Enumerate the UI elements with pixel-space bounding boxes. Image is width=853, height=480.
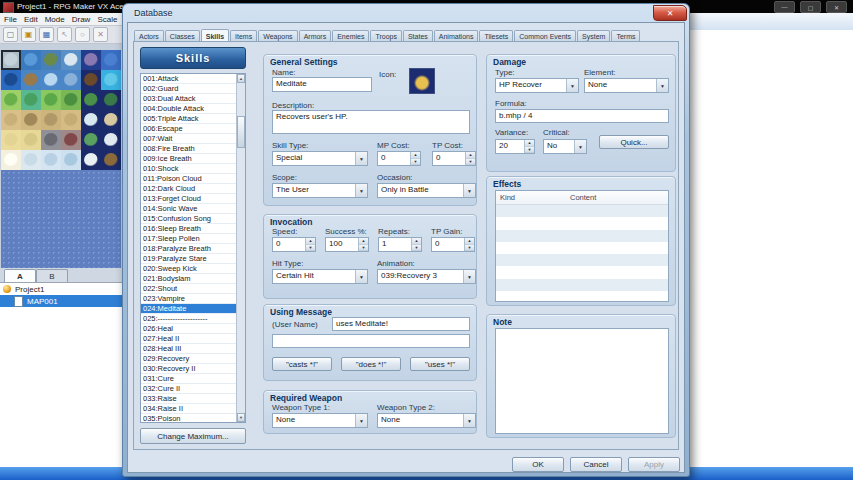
palette-tile[interactable] <box>21 110 41 130</box>
animation-select[interactable]: 039:Recovery 3▼ <box>377 269 476 284</box>
skill-list-item[interactable]: 010:Shock <box>141 164 237 174</box>
palette-tile[interactable] <box>21 70 41 90</box>
skill-list-item[interactable]: 005:Triple Attack <box>141 114 237 124</box>
delete-icon[interactable]: ✕ <box>93 27 108 42</box>
palette-tile[interactable] <box>41 130 61 150</box>
palette-tile[interactable] <box>1 150 21 170</box>
tab-troops[interactable]: Troops <box>370 30 402 41</box>
palette-tile[interactable] <box>61 150 81 170</box>
skill-list-item[interactable]: 022:Shout <box>141 284 237 294</box>
cancel-button[interactable]: Cancel <box>570 457 622 472</box>
name-input[interactable]: Meditate <box>272 77 372 92</box>
message-line2-input[interactable] <box>272 334 470 348</box>
skill-list-item[interactable]: 008:Fire Breath <box>141 144 237 154</box>
palette-tile[interactable] <box>101 90 121 110</box>
element-select[interactable]: None▼ <box>584 78 669 93</box>
skill-list-item[interactable]: 024:Meditate <box>141 304 237 314</box>
close-icon[interactable]: ✕ <box>826 1 847 13</box>
scroll-up-icon[interactable]: ▲ <box>237 74 245 83</box>
variance-stepper[interactable]: 20▲▼ <box>495 139 535 154</box>
palette-tile[interactable] <box>61 70 81 90</box>
skill-list-item[interactable]: 015:Confusion Song <box>141 214 237 224</box>
palette-tab-a[interactable]: A <box>4 269 36 282</box>
palette-tile[interactable] <box>41 110 61 130</box>
quick-button[interactable]: Quick... <box>599 135 669 149</box>
new-project-icon[interactable]: ▢ <box>3 27 18 42</box>
skill-list-item[interactable]: 012:Dark Cloud <box>141 184 237 194</box>
palette-tile[interactable] <box>1 90 21 110</box>
skill-list-item[interactable]: 027:Heal II <box>141 334 237 344</box>
skill-list-item[interactable]: 029:Recovery <box>141 354 237 364</box>
tab-armors[interactable]: Armors <box>299 30 332 41</box>
scrollbar-thumb[interactable] <box>237 116 245 148</box>
meditate-skill-icon[interactable] <box>409 68 435 94</box>
palette-tile[interactable] <box>101 70 121 90</box>
apply-button[interactable]: Apply <box>628 457 680 472</box>
skill-list-item[interactable]: 002:Guard <box>141 84 237 94</box>
skill-list-item[interactable]: 035:Poison <box>141 414 237 423</box>
tree-root-project1[interactable]: Project1 <box>0 283 122 295</box>
hit-type-select[interactable]: Certain Hit▼ <box>272 269 368 284</box>
spinner-arrows-icon[interactable]: ▲▼ <box>465 152 475 165</box>
scope-select[interactable]: The User▼ <box>272 183 368 198</box>
weapon-type2-select[interactable]: None▼ <box>377 413 476 428</box>
tab-system[interactable]: System <box>577 30 610 41</box>
palette-tile[interactable] <box>1 110 21 130</box>
weapon-type1-select[interactable]: None▼ <box>272 413 368 428</box>
effects-empty-row[interactable] <box>496 254 668 266</box>
note-input[interactable] <box>495 328 669 434</box>
tab-animations[interactable]: Animations <box>434 30 479 41</box>
skill-list-item[interactable]: 018:Paralyze Breath <box>141 244 237 254</box>
tileset-palette[interactable] <box>1 50 121 170</box>
palette-tile[interactable] <box>61 130 81 150</box>
tab-weapons[interactable]: Weapons <box>258 30 297 41</box>
tree-item-map001[interactable]: MAP001 <box>0 295 122 307</box>
tab-enemies[interactable]: Enemies <box>332 30 369 41</box>
palette-tile[interactable] <box>81 150 101 170</box>
palette-tile[interactable] <box>41 70 61 90</box>
skill-type-select[interactable]: Special▼ <box>272 151 368 166</box>
palette-tile[interactable] <box>21 90 41 110</box>
tp-cost-stepper[interactable]: 0▲▼ <box>432 151 476 166</box>
spinner-arrows-icon[interactable]: ▲▼ <box>305 238 315 251</box>
speed-stepper[interactable]: 0▲▼ <box>272 237 316 252</box>
success-stepper[interactable]: 100▲▼ <box>325 237 369 252</box>
spinner-arrows-icon[interactable]: ▲▼ <box>524 140 534 153</box>
skill-list-item[interactable]: 023:Vampire <box>141 294 237 304</box>
skill-list-item[interactable]: 001:Attack <box>141 74 237 84</box>
skill-list-item[interactable]: 021:Bodyslam <box>141 274 237 284</box>
skill-list-item[interactable]: 006:Escape <box>141 124 237 134</box>
tab-skills[interactable]: Skills <box>201 29 229 41</box>
palette-tile[interactable] <box>1 70 21 90</box>
palette-tile[interactable] <box>101 130 121 150</box>
palette-tile[interactable] <box>1 50 21 70</box>
skill-list-item[interactable]: 019:Paralyze Stare <box>141 254 237 264</box>
cursor-icon[interactable]: ↖ <box>57 27 72 42</box>
palette-tile[interactable] <box>101 110 121 130</box>
menu-item-file[interactable]: File <box>4 15 17 24</box>
palette-tile[interactable] <box>81 110 101 130</box>
open-project-icon[interactable]: ▣ <box>21 27 36 42</box>
skills-scrollbar[interactable]: ▲ ▼ <box>236 74 245 422</box>
palette-tab-b[interactable]: B <box>36 269 68 282</box>
effects-empty-row[interactable] <box>496 242 668 254</box>
undo-icon[interactable]: ○ <box>75 27 90 42</box>
skill-list-item[interactable]: 016:Sleep Breath <box>141 224 237 234</box>
menu-item-scale[interactable]: Scale <box>97 15 117 24</box>
formula-input[interactable]: b.mhp / 4 <box>495 109 669 123</box>
occasion-select[interactable]: Only in Battle▼ <box>377 183 476 198</box>
skill-list-item[interactable]: 028:Heal III <box>141 344 237 354</box>
maximize-icon[interactable]: ▢ <box>800 1 821 13</box>
tab-actors[interactable]: Actors <box>134 30 164 41</box>
skill-list-item[interactable]: 007:Wait <box>141 134 237 144</box>
repeats-stepper[interactable]: 1▲▼ <box>378 237 422 252</box>
spinner-arrows-icon[interactable]: ▲▼ <box>410 152 420 165</box>
message-preset-button-1[interactable]: "does *!" <box>341 357 401 371</box>
palette-tile[interactable] <box>21 150 41 170</box>
damage-type-select[interactable]: HP Recover▼ <box>495 78 579 93</box>
menu-item-draw[interactable]: Draw <box>72 15 91 24</box>
palette-tile[interactable] <box>41 90 61 110</box>
skill-list-item[interactable]: 025:-------------------- <box>141 314 237 324</box>
menu-item-edit[interactable]: Edit <box>24 15 38 24</box>
effects-empty-row[interactable] <box>496 230 668 242</box>
